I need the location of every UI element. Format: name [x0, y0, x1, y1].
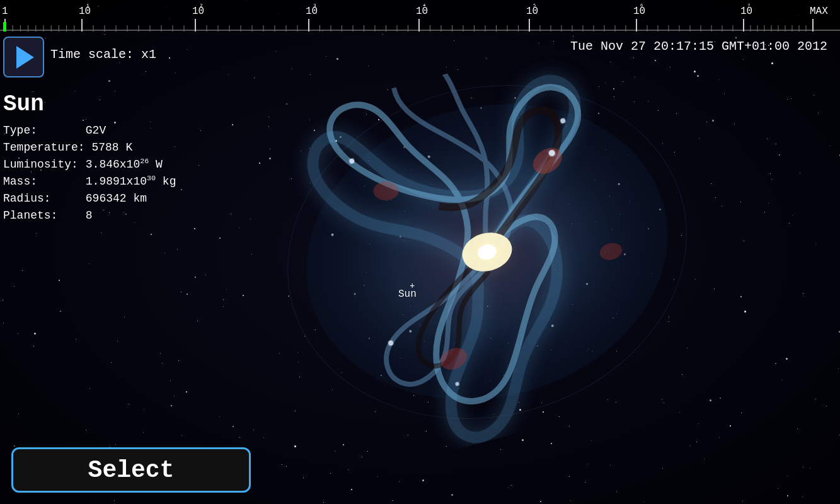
luminosity-row: Luminosity: 3.846x1026 W [3, 156, 176, 173]
type-label: Type: [3, 122, 79, 139]
object-info-panel: Sun Type: G2V Temperature: 5788 K Lumino… [3, 91, 176, 224]
temperature-value: 5788 K [91, 141, 132, 154]
select-button[interactable]: Select [11, 447, 251, 493]
radius-label: Radius: [3, 190, 79, 207]
luminosity-value: 3.846x1026 W [86, 158, 163, 171]
radius-value: 696342 km [86, 192, 147, 205]
select-label: Select [88, 457, 175, 484]
datetime-display: Tue Nov 27 20:17:15 GMT+01:00 2012 [570, 39, 827, 54]
time-ruler[interactable] [0, 0, 840, 32]
temperature-label: Temperature: [3, 139, 85, 156]
mass-row: Mass: 1.9891x1030 kg [3, 173, 176, 190]
type-value: G2V [86, 124, 106, 137]
play-icon [16, 46, 34, 69]
type-row: Type: G2V [3, 122, 176, 139]
object-name: Sun [3, 91, 176, 117]
sun-label: Sun [398, 289, 417, 300]
mass-value: 1.9891x1030 kg [86, 175, 176, 188]
svg-point-4 [374, 181, 399, 200]
planets-value: 8 [86, 209, 93, 222]
radius-row: Radius: 696342 km [3, 190, 176, 207]
luminosity-label: Luminosity: [3, 156, 79, 173]
planets-row: Planets: 8 [3, 207, 176, 224]
time-scale-label: Time scale: x1 [50, 47, 156, 62]
play-button[interactable] [3, 37, 44, 77]
temperature-row: Temperature: 5788 K [3, 139, 176, 156]
planets-label: Planets: [3, 207, 79, 224]
mass-label: Mass: [3, 173, 79, 190]
